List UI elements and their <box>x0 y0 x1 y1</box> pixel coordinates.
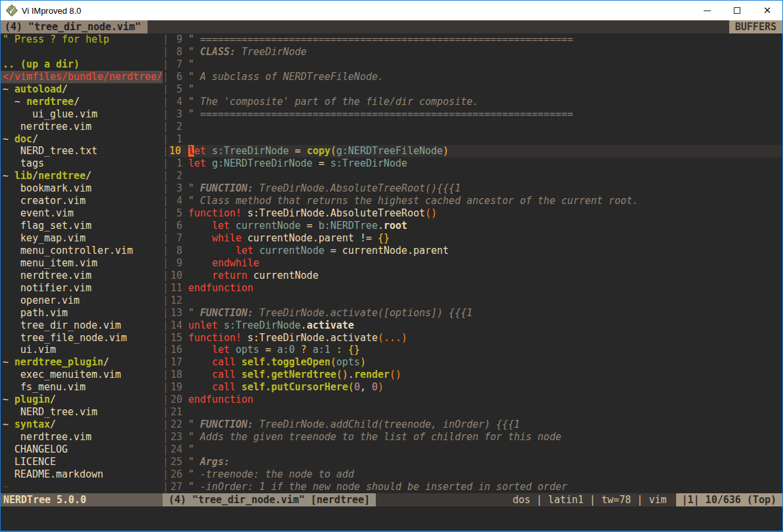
code-line[interactable]: 2 <box>169 121 782 133</box>
command-line[interactable] <box>1 506 782 531</box>
tree-file[interactable]: LICENCE <box>3 456 163 468</box>
token: b:NERDTree <box>319 220 378 232</box>
separator-bar: | <box>163 108 169 121</box>
tree-file[interactable]: notifier.vim <box>3 282 163 295</box>
code-line[interactable]: 17 call self.toggleOpen(opts) <box>169 356 782 369</box>
tree-help-line[interactable]: " Press ? for help <box>3 33 163 46</box>
tree-file[interactable]: creator.vim <box>3 195 163 207</box>
tree-file[interactable]: README.markdown <box>3 468 163 481</box>
tree-file[interactable]: tree_file_node.vim <box>3 332 163 344</box>
tree-dir-autoload[interactable]: ~ autoload/ <box>3 83 163 96</box>
code-text: " FUNCTION: TreeDirNode.AbsoluteTreeRoot… <box>188 182 782 195</box>
code-line[interactable]: 9 endwhile <box>169 257 782 270</box>
code-text: call self.toggleOpen(opts) <box>188 356 782 369</box>
tree-file[interactable]: flag_set.vim <box>3 220 163 232</box>
separator-bar: | <box>163 121 169 133</box>
tree-root-path[interactable]: </vimfiles/bundle/nerdtree/ <box>1 71 163 83</box>
token: CLASS: <box>200 46 235 58</box>
separator-bar: | <box>163 145 169 157</box>
token: activate <box>307 319 354 331</box>
tree-file[interactable]: bookmark.vim <box>3 182 163 195</box>
code-line[interactable]: 23" Adds the given treenode to the list … <box>169 431 782 443</box>
maximize-button[interactable] <box>722 1 752 20</box>
tree-file[interactable]: exec_menuitem.vim <box>3 369 163 381</box>
minimize-button[interactable] <box>692 1 722 20</box>
tree-file[interactable]: key_map.vim <box>3 232 163 245</box>
tree-file[interactable]: opener.vim <box>3 295 163 307</box>
code-line[interactable]: 22" FUNCTION: TreeDirNode.addChild(treen… <box>169 419 782 431</box>
tree-file[interactable]: nerdtree.vim <box>3 270 163 282</box>
tree-file[interactable]: nerdtree.vim <box>3 121 163 133</box>
minimize-icon <box>704 10 711 11</box>
code-line[interactable]: 6" A subclass of NERDTreeFileNode. <box>169 71 782 83</box>
code-line[interactable]: 13" FUNCTION: TreeDirNode.activate([opti… <box>169 307 782 319</box>
code-text <box>188 170 782 182</box>
line-number: 3 <box>169 108 188 121</box>
tree-dir-nerdtree-plugin[interactable]: ~ nerdtree_plugin/ <box>3 356 163 369</box>
code-line[interactable]: 4" Class method that returns the highest… <box>169 195 782 207</box>
window-separator[interactable]: ||||||||||||||||||||||||||||||||||||| <box>163 33 169 493</box>
tree-file[interactable]: ui.vim <box>3 344 163 356</box>
code-line[interactable]: 3" =====================================… <box>169 108 782 121</box>
code-line[interactable]: 19 call self.putCursorHere(0, 0) <box>169 381 782 394</box>
tree-file[interactable]: ui_glue.vim <box>3 108 163 121</box>
statusline-ruler: |1| 10/636 (Top) <box>676 493 783 506</box>
separator-bar: | <box>163 46 169 58</box>
code-line[interactable]: 5function! s:TreeDirNode.AbsoluteTreeRoo… <box>169 207 782 220</box>
code-line[interactable]: 7 while currentNode.parent != {} <box>169 232 782 245</box>
tree-file[interactable]: tags <box>3 157 163 170</box>
code-line-current[interactable]: 10let s:TreeDirNode = copy(g:NERDTreeFil… <box>169 145 782 157</box>
code-line[interactable]: 4" The 'composite' part of the file/dir … <box>169 96 782 108</box>
code-line[interactable]: 14unlet s:TreeDirNode.activate <box>169 319 782 332</box>
code-line[interactable]: 11endfunction <box>169 282 782 295</box>
tree-dir-lib-nerdtree[interactable]: ~ lib/nerdtree/ <box>3 170 163 182</box>
code-line[interactable]: 27" -inOrder: 1 if the new node should b… <box>169 481 782 493</box>
code-line[interactable]: 2 <box>169 170 782 182</box>
tree-dir-doc[interactable]: ~ doc/ <box>3 133 163 146</box>
tab-tree-dir-node[interactable]: (4) "tree_dir_node.vim" <box>1 20 148 33</box>
code-line[interactable]: 1let g:NERDTreeDirNode = s:TreeDirNode <box>169 157 782 170</box>
code-line[interactable]: 8 let currentNode = currentNode.parent <box>169 245 782 257</box>
code-line[interactable]: 16 let opts = a:0 ? a:1 : {} <box>169 344 782 356</box>
tree-dir-syntax[interactable]: ~ syntax/ <box>3 419 163 431</box>
tree-file[interactable]: path.vim <box>3 307 163 319</box>
tree-dir-plugin[interactable]: ~ plugin/ <box>3 394 163 406</box>
code-line[interactable]: 25" Args: <box>169 456 782 468</box>
tree-file[interactable]: nerdtree.vim <box>3 431 163 443</box>
code-line[interactable]: 18 call self.getNerdtree().render() <box>169 369 782 381</box>
tree-file[interactable]: event.vim <box>3 207 163 220</box>
code-line[interactable]: 24" <box>169 443 782 456</box>
tree-file[interactable]: CHANGELOG <box>3 443 163 456</box>
code-line[interactable]: 26" -treenode: the node to add <box>169 468 782 481</box>
tree-file[interactable]: menu_item.vim <box>3 257 163 270</box>
tree-file[interactable]: NERD_tree.txt <box>3 145 163 157</box>
tree-up-a-dir[interactable]: .. (up a dir) <box>3 58 163 71</box>
line-number: 4 <box>169 96 188 108</box>
code-line[interactable]: 1 <box>169 133 782 146</box>
code-line[interactable]: 9" =====================================… <box>169 33 782 46</box>
token: CHANGELOG <box>3 443 68 455</box>
code-line[interactable]: 21 <box>169 406 782 419</box>
code-line[interactable]: 15function! s:TreeDirNode.activate(...) <box>169 332 782 344</box>
token: / <box>62 83 68 95</box>
tree-eob-tilde[interactable]: ~ <box>3 481 163 493</box>
line-number: 4 <box>169 195 188 207</box>
tree-file[interactable]: menu_controller.vim <box>3 245 163 257</box>
tree-dir-nerdtree[interactable]: ~ nerdtree/ <box>3 96 163 108</box>
code-line[interactable]: 5" <box>169 83 782 96</box>
code-line[interactable]: 6 let currentNode = b:NERDTree.root <box>169 220 782 232</box>
code-line[interactable]: 10 return currentNode <box>169 270 782 282</box>
token: . <box>378 220 384 232</box>
tree-file[interactable]: tree_dir_node.vim <box>3 319 163 332</box>
separator-bar: | <box>163 195 169 207</box>
token: return <box>212 270 247 281</box>
code-line[interactable]: 20endfunction <box>169 394 782 406</box>
code-line[interactable]: 3" FUNCTION: TreeDirNode.AbsoluteTreeRoo… <box>169 182 782 195</box>
close-button[interactable]: ✕ <box>752 1 782 20</box>
code-line[interactable]: 8" CLASS: TreeDirNode <box>169 46 782 58</box>
token: nerdtree.vim <box>3 431 91 443</box>
code-line[interactable]: 12 <box>169 295 782 307</box>
tree-file[interactable]: fs_menu.vim <box>3 381 163 394</box>
tree-file[interactable]: NERD_tree.vim <box>3 406 163 419</box>
code-line[interactable]: 7" <box>169 58 782 71</box>
